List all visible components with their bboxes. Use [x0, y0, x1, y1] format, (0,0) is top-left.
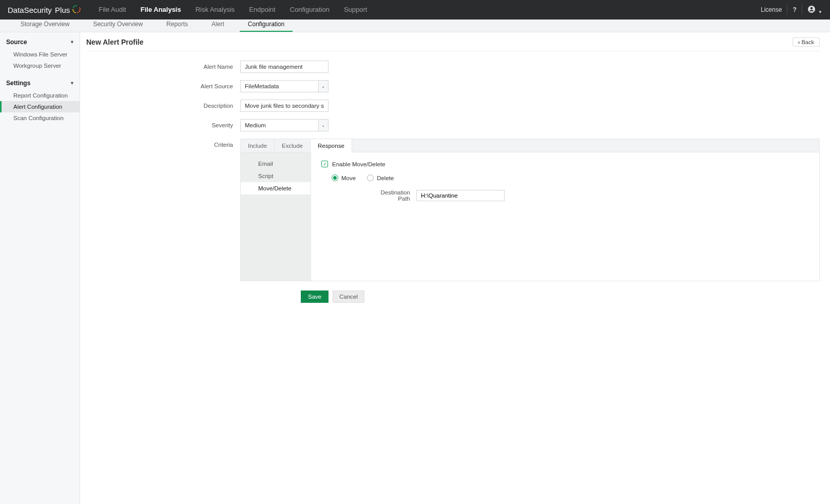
radio-option-move[interactable]: Move	[332, 175, 356, 181]
subtab-storage-overview[interactable]: Storage Overview	[12, 21, 78, 32]
page-title: New Alert Profile	[86, 38, 144, 46]
save-button[interactable]: Save	[301, 290, 329, 303]
topnav-endpoint[interactable]: Endpoint	[242, 0, 282, 20]
chevron-down-icon: ⌄	[321, 84, 325, 89]
label-alert-source: Alert Source	[86, 83, 240, 89]
response-nav-email[interactable]: Email	[241, 158, 311, 170]
label-alert-name: Alert Name	[86, 64, 240, 70]
topnav-risk-analysis[interactable]: Risk Analysis	[188, 0, 242, 20]
sidebar: Source ▼ Windows File Server Workgroup S…	[0, 32, 80, 504]
topnav-file-analysis[interactable]: File Analysis	[133, 0, 188, 20]
svg-point-4	[810, 7, 813, 9]
chevron-down-icon: ⌄	[321, 123, 325, 128]
subtab-reports[interactable]: Reports	[158, 21, 196, 32]
enable-move-delete-checkbox[interactable]: ✓	[321, 161, 328, 167]
alert-source-dropdown-button[interactable]: ⌄	[318, 80, 329, 92]
subtab-security-overview[interactable]: Security Overview	[85, 21, 151, 32]
label-criteria: Criteria	[86, 139, 240, 148]
main-content: New Alert Profile Back Alert Name Alert …	[80, 32, 830, 504]
label-destination-path: Destination Path	[368, 189, 416, 202]
chevron-down-icon: ▼	[70, 81, 74, 86]
sidebar-section-label: Source	[6, 38, 27, 46]
label-description: Description	[86, 103, 240, 109]
topbar-right: License ? ▼	[761, 5, 822, 15]
sidebar-item-alert-configuration[interactable]: Alert Configuration	[0, 101, 80, 112]
alert-name-input[interactable]	[240, 61, 329, 73]
page-header: New Alert Profile Back	[86, 37, 820, 51]
description-input[interactable]	[240, 100, 329, 112]
severity-select[interactable]	[240, 119, 318, 131]
user-menu[interactable]: ▼	[807, 5, 822, 15]
sidebar-item-report-configuration[interactable]: Report Configuration	[0, 90, 80, 101]
brand: DataSecurity Plus	[8, 5, 81, 15]
sidebar-item-windows-file-server[interactable]: Windows File Server	[0, 49, 80, 60]
alert-source-select[interactable]	[240, 80, 318, 92]
subtab-alert[interactable]: Alert	[203, 21, 233, 32]
separator	[802, 5, 802, 15]
brand-text: DataSecurity Plus	[8, 6, 70, 14]
severity-dropdown-button[interactable]: ⌄	[318, 119, 329, 131]
radio-option-delete[interactable]: Delete	[367, 175, 394, 181]
radio-move[interactable]	[332, 175, 338, 181]
label-severity: Severity	[86, 122, 240, 128]
separator	[787, 5, 787, 15]
topnav: File Audit File Analysis Risk Analysis E…	[91, 0, 374, 20]
subnav: Storage Overview Security Overview Repor…	[0, 20, 830, 32]
sidebar-item-workgroup-server[interactable]: Workgroup Server	[0, 60, 80, 71]
topnav-file-audit[interactable]: File Audit	[91, 0, 133, 20]
help-icon[interactable]: ?	[793, 6, 796, 13]
topnav-configuration[interactable]: Configuration	[283, 0, 337, 20]
subtab-configuration[interactable]: Configuration	[240, 21, 293, 32]
sidebar-section-label: Settings	[6, 80, 30, 87]
radio-move-label: Move	[341, 175, 356, 181]
cancel-button[interactable]: Cancel	[333, 290, 364, 303]
enable-move-delete-label: Enable Move/Delete	[332, 161, 385, 167]
response-nav-move-delete[interactable]: Move/Delete	[241, 182, 311, 195]
back-button[interactable]: Back	[793, 37, 820, 47]
brand-suffix: Plus	[55, 6, 70, 14]
criteria-tab-response[interactable]: Response	[311, 139, 352, 152]
criteria-tabs: Include Exclude Response	[241, 139, 819, 152]
response-side-nav: Email Script Move/Delete	[241, 152, 311, 281]
chevron-down-icon: ▼	[818, 10, 822, 14]
destination-path-input[interactable]	[416, 190, 505, 201]
license-link[interactable]: License	[761, 6, 782, 13]
sidebar-item-scan-configuration[interactable]: Scan Configuration	[0, 112, 80, 124]
topnav-support[interactable]: Support	[337, 0, 375, 20]
radio-delete-label: Delete	[377, 175, 394, 181]
sidebar-section-source[interactable]: Source ▼	[0, 35, 80, 49]
chevron-down-icon: ▼	[70, 40, 74, 45]
response-content: ✓ Enable Move/Delete Move Delete	[311, 152, 819, 281]
radio-delete[interactable]	[367, 175, 374, 181]
brand-logo-icon	[72, 5, 81, 15]
response-nav-script[interactable]: Script	[241, 170, 311, 182]
criteria-tab-exclude[interactable]: Exclude	[275, 139, 311, 152]
criteria-tab-include[interactable]: Include	[241, 139, 275, 152]
sidebar-section-settings[interactable]: Settings ▼	[0, 76, 80, 90]
criteria-panel: Include Exclude Response Email Script Mo…	[240, 139, 820, 281]
brand-name: DataSecurity	[8, 6, 52, 14]
topbar: DataSecurity Plus File Audit File Analys…	[0, 0, 830, 20]
